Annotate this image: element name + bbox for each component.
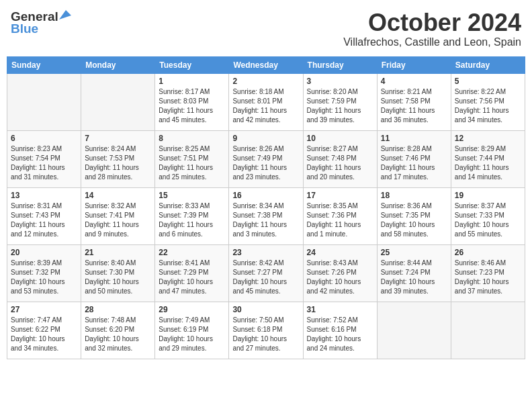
calendar-cell: 18Sunrise: 8:36 AMSunset: 7:35 PMDayligh… bbox=[377, 187, 451, 244]
day-info: Sunrise: 8:24 AMSunset: 7:53 PMDaylight:… bbox=[85, 144, 151, 182]
calendar-cell bbox=[7, 73, 81, 130]
calendar-cell: 19Sunrise: 8:37 AMSunset: 7:33 PMDayligh… bbox=[451, 187, 525, 244]
calendar-cell: 20Sunrise: 8:39 AMSunset: 7:32 PMDayligh… bbox=[7, 244, 81, 302]
calendar-cell: 29Sunrise: 7:49 AMSunset: 6:19 PMDayligh… bbox=[155, 302, 229, 359]
calendar-cell bbox=[377, 302, 451, 359]
day-number: 2 bbox=[232, 77, 299, 86]
logo-blue-text: Blue bbox=[11, 21, 38, 36]
day-info: Sunrise: 8:20 AMSunset: 7:59 PMDaylight:… bbox=[307, 87, 373, 125]
week-row: 27Sunrise: 7:47 AMSunset: 6:22 PMDayligh… bbox=[7, 302, 525, 359]
day-number: 4 bbox=[381, 77, 447, 86]
calendar-cell: 17Sunrise: 8:35 AMSunset: 7:36 PMDayligh… bbox=[303, 187, 377, 244]
day-number: 9 bbox=[232, 134, 299, 143]
day-number: 3 bbox=[307, 77, 373, 86]
weekday-header: Saturday bbox=[451, 56, 525, 73]
day-number: 23 bbox=[232, 248, 299, 257]
day-number: 27 bbox=[11, 305, 77, 314]
day-info: Sunrise: 8:41 AMSunset: 7:29 PMDaylight:… bbox=[159, 259, 225, 296]
calendar-cell: 23Sunrise: 8:42 AMSunset: 7:27 PMDayligh… bbox=[229, 244, 303, 302]
day-info: Sunrise: 7:50 AMSunset: 6:18 PMDaylight:… bbox=[232, 316, 299, 353]
calendar-cell: 3Sunrise: 8:20 AMSunset: 7:59 PMDaylight… bbox=[303, 73, 377, 130]
day-number: 11 bbox=[381, 134, 447, 143]
day-info: Sunrise: 8:37 AMSunset: 7:33 PMDaylight:… bbox=[455, 201, 521, 239]
calendar-cell bbox=[81, 73, 155, 130]
location-title: Villafrechos, Castille and Leon, Spain bbox=[343, 36, 521, 48]
day-number: 16 bbox=[232, 191, 299, 200]
week-row: 6Sunrise: 8:23 AMSunset: 7:54 PMDaylight… bbox=[7, 130, 525, 187]
day-number: 7 bbox=[85, 134, 151, 143]
day-number: 25 bbox=[381, 248, 447, 257]
day-info: Sunrise: 8:31 AMSunset: 7:43 PMDaylight:… bbox=[11, 201, 77, 239]
day-info: Sunrise: 8:42 AMSunset: 7:27 PMDaylight:… bbox=[232, 259, 299, 296]
day-number: 29 bbox=[159, 305, 225, 314]
calendar-cell: 14Sunrise: 8:32 AMSunset: 7:41 PMDayligh… bbox=[81, 187, 155, 244]
day-info: Sunrise: 8:26 AMSunset: 7:49 PMDaylight:… bbox=[232, 144, 299, 182]
calendar-cell: 1Sunrise: 8:17 AMSunset: 8:03 PMDaylight… bbox=[155, 73, 229, 130]
svg-marker-0 bbox=[59, 10, 71, 19]
calendar-header-row: SundayMondayTuesdayWednesdayThursdayFrid… bbox=[7, 56, 525, 73]
calendar-cell: 4Sunrise: 8:21 AMSunset: 7:58 PMDaylight… bbox=[377, 73, 451, 130]
day-info: Sunrise: 8:36 AMSunset: 7:35 PMDaylight:… bbox=[381, 201, 447, 239]
day-info: Sunrise: 8:43 AMSunset: 7:26 PMDaylight:… bbox=[307, 259, 373, 296]
calendar-cell bbox=[451, 302, 525, 359]
day-number: 19 bbox=[455, 191, 521, 200]
day-info: Sunrise: 7:52 AMSunset: 6:16 PMDaylight:… bbox=[307, 316, 373, 353]
day-info: Sunrise: 7:48 AMSunset: 6:20 PMDaylight:… bbox=[85, 316, 151, 353]
day-number: 22 bbox=[159, 248, 225, 257]
week-row: 20Sunrise: 8:39 AMSunset: 7:32 PMDayligh… bbox=[7, 244, 525, 302]
day-info: Sunrise: 8:17 AMSunset: 8:03 PMDaylight:… bbox=[159, 87, 225, 125]
day-info: Sunrise: 8:46 AMSunset: 7:23 PMDaylight:… bbox=[455, 259, 521, 296]
day-number: 31 bbox=[307, 305, 373, 314]
day-number: 12 bbox=[455, 134, 521, 143]
weekday-header: Thursday bbox=[303, 56, 377, 73]
day-number: 1 bbox=[159, 77, 225, 86]
calendar-cell: 26Sunrise: 8:46 AMSunset: 7:23 PMDayligh… bbox=[451, 244, 525, 302]
day-number: 26 bbox=[455, 248, 521, 257]
title-section: October 2024 Villafrechos, Castille and … bbox=[343, 9, 521, 48]
calendar-cell: 24Sunrise: 8:43 AMSunset: 7:26 PMDayligh… bbox=[303, 244, 377, 302]
day-info: Sunrise: 8:22 AMSunset: 7:56 PMDaylight:… bbox=[455, 87, 521, 125]
day-info: Sunrise: 8:28 AMSunset: 7:46 PMDaylight:… bbox=[381, 144, 447, 182]
day-info: Sunrise: 8:21 AMSunset: 7:58 PMDaylight:… bbox=[381, 87, 447, 125]
day-info: Sunrise: 8:35 AMSunset: 7:36 PMDaylight:… bbox=[307, 201, 373, 239]
day-number: 24 bbox=[307, 248, 373, 257]
day-number: 17 bbox=[307, 191, 373, 200]
day-info: Sunrise: 8:33 AMSunset: 7:39 PMDaylight:… bbox=[159, 201, 225, 239]
day-info: Sunrise: 7:47 AMSunset: 6:22 PMDaylight:… bbox=[11, 316, 77, 353]
logo-bird-icon bbox=[59, 10, 71, 21]
day-info: Sunrise: 8:27 AMSunset: 7:48 PMDaylight:… bbox=[307, 144, 373, 182]
weekday-header: Friday bbox=[377, 56, 451, 73]
calendar-cell: 5Sunrise: 8:22 AMSunset: 7:56 PMDaylight… bbox=[451, 73, 525, 130]
calendar-cell: 15Sunrise: 8:33 AMSunset: 7:39 PMDayligh… bbox=[155, 187, 229, 244]
calendar-cell: 9Sunrise: 8:26 AMSunset: 7:49 PMDaylight… bbox=[229, 130, 303, 187]
day-number: 14 bbox=[85, 191, 151, 200]
calendar-cell: 13Sunrise: 8:31 AMSunset: 7:43 PMDayligh… bbox=[7, 187, 81, 244]
day-info: Sunrise: 8:29 AMSunset: 7:44 PMDaylight:… bbox=[455, 144, 521, 182]
calendar-cell: 30Sunrise: 7:50 AMSunset: 6:18 PMDayligh… bbox=[229, 302, 303, 359]
day-number: 30 bbox=[232, 305, 299, 314]
calendar-table: SundayMondayTuesdayWednesdayThursdayFrid… bbox=[7, 56, 525, 359]
day-number: 5 bbox=[455, 77, 521, 86]
calendar-cell: 27Sunrise: 7:47 AMSunset: 6:22 PMDayligh… bbox=[7, 302, 81, 359]
weekday-header: Monday bbox=[81, 56, 155, 73]
weekday-header: Sunday bbox=[7, 56, 81, 73]
day-info: Sunrise: 8:34 AMSunset: 7:38 PMDaylight:… bbox=[232, 201, 299, 239]
day-number: 21 bbox=[85, 248, 151, 257]
day-number: 20 bbox=[11, 248, 77, 257]
day-number: 15 bbox=[159, 191, 225, 200]
calendar-cell: 16Sunrise: 8:34 AMSunset: 7:38 PMDayligh… bbox=[229, 187, 303, 244]
calendar-cell: 22Sunrise: 8:41 AMSunset: 7:29 PMDayligh… bbox=[155, 244, 229, 302]
week-row: 13Sunrise: 8:31 AMSunset: 7:43 PMDayligh… bbox=[7, 187, 525, 244]
calendar-cell: 7Sunrise: 8:24 AMSunset: 7:53 PMDaylight… bbox=[81, 130, 155, 187]
day-info: Sunrise: 8:32 AMSunset: 7:41 PMDaylight:… bbox=[85, 201, 151, 239]
calendar-cell: 6Sunrise: 8:23 AMSunset: 7:54 PMDaylight… bbox=[7, 130, 81, 187]
day-info: Sunrise: 8:39 AMSunset: 7:32 PMDaylight:… bbox=[11, 259, 77, 296]
weekday-header: Wednesday bbox=[229, 56, 303, 73]
calendar-cell: 21Sunrise: 8:40 AMSunset: 7:30 PMDayligh… bbox=[81, 244, 155, 302]
day-number: 8 bbox=[159, 134, 225, 143]
calendar-cell: 31Sunrise: 7:52 AMSunset: 6:16 PMDayligh… bbox=[303, 302, 377, 359]
day-number: 18 bbox=[381, 191, 447, 200]
calendar-cell: 11Sunrise: 8:28 AMSunset: 7:46 PMDayligh… bbox=[377, 130, 451, 187]
day-info: Sunrise: 7:49 AMSunset: 6:19 PMDaylight:… bbox=[159, 316, 225, 353]
logo: General Blue bbox=[11, 9, 71, 36]
